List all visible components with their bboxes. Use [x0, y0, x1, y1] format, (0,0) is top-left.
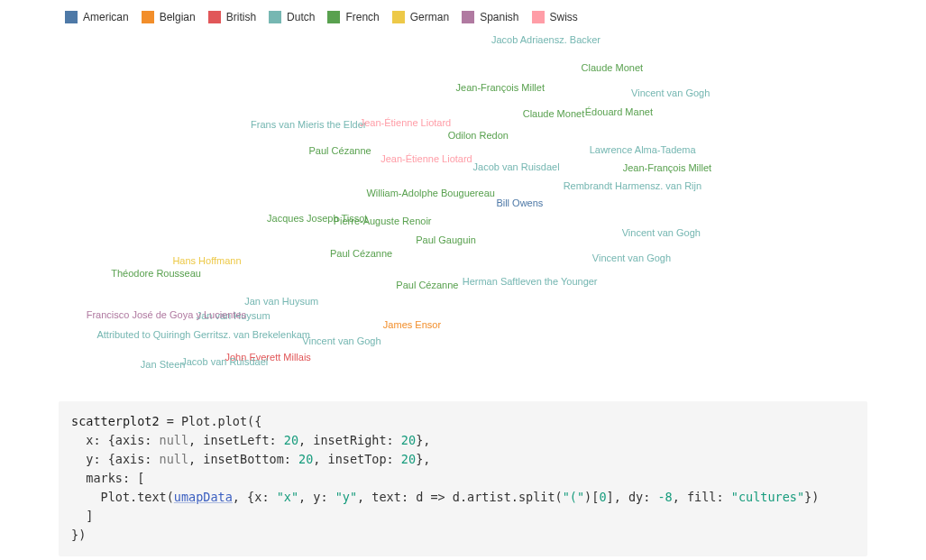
swatch-icon: [462, 11, 474, 23]
data-point: John Everett Millais: [225, 352, 310, 363]
data-point: Herman Saftleven the Younger: [463, 276, 598, 287]
data-point: Attributed to Quiringh Gerritsz. van Bre…: [96, 329, 310, 340]
data-point: James Ensor: [383, 319, 441, 330]
legend-label: Dutch: [287, 11, 315, 23]
data-point: Théodore Rousseau: [111, 268, 201, 279]
legend-label: Swiss: [550, 11, 578, 23]
swatch-icon: [269, 11, 281, 23]
data-point: William-Adolphe Bouguereau: [366, 188, 494, 198]
legend-item-american: American: [65, 11, 129, 23]
data-point: Paul Cézanne: [330, 248, 392, 259]
legend-item-dutch: Dutch: [269, 11, 315, 23]
legend-item-german: German: [392, 11, 449, 23]
swatch-icon: [392, 11, 405, 23]
data-point: Rembrandt Harmensz. van Rijn: [564, 180, 701, 191]
data-point: Pierre-Auguste Renoir: [334, 216, 432, 226]
legend: AmericanBelgianBritishDutchFrenchGermanS…: [0, 9, 926, 27]
legend-item-swiss: Swiss: [532, 11, 578, 23]
data-point: Bill Owens: [496, 197, 543, 208]
legend-item-french: French: [327, 11, 379, 23]
legend-label: American: [83, 11, 129, 23]
data-point: Paul Cézanne: [309, 145, 371, 156]
data-point: Vincent van Gogh: [631, 87, 710, 98]
data-point: Jean-François Millet: [623, 162, 711, 173]
swatch-icon: [142, 11, 154, 23]
data-point: Odilon Redon: [448, 130, 509, 141]
data-point: Jan van Huysum: [197, 310, 270, 321]
data-point: Vincent van Gogh: [592, 252, 671, 263]
data-point: Hans Hoffmann: [172, 255, 241, 266]
swatch-icon: [208, 11, 221, 23]
data-point: Frans van Mieris the Elder: [251, 119, 366, 130]
data-point: Claude Monet: [523, 108, 585, 119]
legend-item-british: British: [208, 11, 256, 23]
code-cell[interactable]: scatterplot2 = Plot.plot({ x: {axis: nul…: [59, 401, 867, 556]
swatch-icon: [532, 11, 545, 23]
swatch-icon: [327, 11, 340, 23]
data-point: Paul Gauguin: [416, 234, 476, 245]
data-point: Jacob van Ruisdael: [473, 161, 560, 172]
data-point: Jean-Étienne Liotard: [360, 117, 452, 128]
legend-label: German: [410, 11, 449, 23]
data-point: Claude Monet: [582, 62, 644, 73]
data-point: Jacob Adriaensz. Backer: [491, 34, 601, 45]
code-var: scatterplot2: [71, 414, 160, 428]
data-point: Paul Cézanne: [396, 280, 458, 290]
legend-label: Belgian: [160, 11, 196, 23]
code-variable-umap[interactable]: umapData: [174, 490, 233, 504]
data-point: Francisco José de Goya y Lucientes: [87, 309, 246, 320]
data-point: Jan van Huysum: [244, 296, 318, 307]
legend-item-spanish: Spanish: [462, 11, 518, 23]
legend-label: French: [345, 11, 379, 23]
legend-label: Spanish: [480, 11, 518, 23]
data-point: Édouard Manet: [585, 106, 653, 117]
legend-label: British: [226, 11, 256, 23]
swatch-icon: [65, 11, 78, 23]
data-point: Lawrence Alma-Tadema: [590, 144, 696, 155]
data-point: Jacob van Ruisdael: [181, 356, 268, 367]
data-point: Vincent van Gogh: [302, 335, 380, 346]
data-point: Jean-François Millet: [456, 82, 545, 93]
data-point: Vincent van Gogh: [622, 227, 701, 238]
scatter-plot: Bill OwensJames EnsorJohn Everett Millai…: [59, 27, 906, 383]
data-point: Jan Steen: [141, 359, 186, 370]
legend-item-belgian: Belgian: [142, 11, 196, 23]
data-point: Jacques Joseph Tissot: [267, 213, 367, 224]
data-point: Jean-Étienne Liotard: [380, 153, 472, 164]
